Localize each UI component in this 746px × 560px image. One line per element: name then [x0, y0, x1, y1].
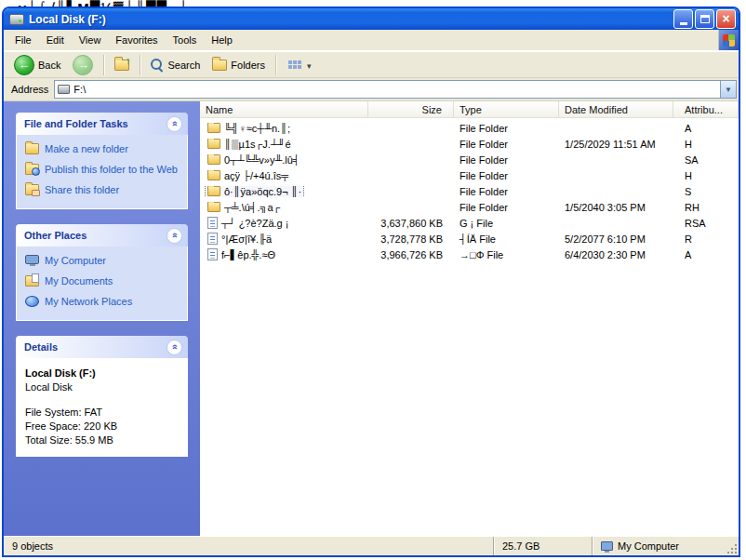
file-name[interactable]: ┬┘ ¿?è?Zä.g ¡: [221, 218, 288, 229]
standard-toolbar: Back ↑ Search Folders: [4, 51, 739, 78]
file-name-wrap[interactable]: açÿ ├/+4ú.îs╤: [206, 170, 290, 181]
address-combo[interactable]: F:\: [54, 80, 737, 99]
folders-button[interactable]: Folders: [207, 58, 270, 73]
panel-other-places: Other Places My Computer My Documents: [16, 224, 188, 321]
file-attributes-cell: SA: [673, 154, 739, 166]
file-row[interactable]: 0┬┴╚╩v»y╨.lû╡File FolderSA: [200, 152, 739, 167]
file-type-cell: File Folder: [454, 170, 559, 181]
file-attributes-cell: A: [673, 123, 739, 134]
file-rows: ╚╣♀≈c┼╨n.║;File FolderA║▒µ1s┌J.┴╜éFile F…: [200, 118, 739, 536]
collapse-chevron-icon[interactable]: [167, 228, 182, 244]
title-bar[interactable]: Local Disk (F:): [4, 8, 739, 30]
panel-title: Other Places: [24, 230, 87, 241]
file-date-cell: 1/5/2040 3:05 PM: [559, 202, 673, 213]
menu-favorites[interactable]: Favorites: [108, 32, 165, 48]
new-folder-icon: [25, 143, 39, 154]
close-button[interactable]: [716, 9, 736, 29]
panel-header-places[interactable]: Other Places: [16, 224, 188, 247]
my-computer-status-icon: [601, 541, 613, 551]
back-button[interactable]: Back: [9, 53, 65, 77]
file-row[interactable]: ║▒µ1s┌J.┴╜éFile Folder1/25/2029 11:51 AM…: [200, 136, 739, 152]
folders-label: Folders: [231, 60, 265, 71]
task-share-folder[interactable]: Share this folder: [25, 184, 180, 196]
column-header-size[interactable]: Size: [368, 101, 454, 117]
views-grid-icon: [288, 60, 292, 64]
up-button[interactable]: ↑: [110, 58, 134, 73]
folder-icon: [207, 154, 220, 165]
file-name-wrap[interactable]: 0┬┴╚╩v»y╨.lû╡: [206, 154, 302, 166]
file-name[interactable]: ╚╣♀≈c┼╨n.║;: [224, 123, 290, 134]
address-drive-icon: [58, 85, 70, 94]
details-drive-name: Local Disk (F:): [25, 367, 180, 380]
menu-file[interactable]: File: [7, 32, 39, 48]
task-publish-folder[interactable]: Publish this folder to the Web: [25, 164, 180, 176]
views-button[interactable]: [282, 57, 316, 73]
file-row[interactable]: °|Æσ|î¥.╟ä3,728,778 KB┤ÍÄ File5/2/2077 6…: [200, 231, 739, 247]
column-header-attributes[interactable]: Attribu...: [673, 101, 739, 117]
collapse-chevron-icon[interactable]: [167, 116, 182, 132]
menu-tools[interactable]: Tools: [166, 32, 205, 48]
folder-icon: [207, 202, 220, 212]
file-row[interactable]: ô·║ÿa»öqc.9¬ ║·File FolderS: [200, 183, 739, 199]
panel-title: Details: [24, 341, 58, 353]
menu-edit[interactable]: Edit: [39, 32, 72, 48]
file-name-wrap[interactable]: ║▒µ1s┌J.┴╜é: [206, 139, 293, 150]
details-spacer: [25, 394, 180, 406]
column-header-type[interactable]: Type: [454, 101, 559, 117]
status-bar: 9 objects 25.7 GB My Computer: [4, 536, 739, 555]
panel-header-tasks[interactable]: File and Folder Tasks: [16, 113, 188, 135]
my-documents-icon: [25, 275, 39, 287]
status-disk-size: 25.7 GB: [493, 537, 592, 555]
panel-body-tasks: Make a new folder Publish this folder to…: [16, 135, 188, 209]
file-name[interactable]: açÿ ├/+4ú.îs╤: [224, 170, 288, 181]
place-my-documents[interactable]: My Documents: [25, 275, 180, 287]
place-my-network[interactable]: My Network Places: [25, 296, 180, 308]
main-area: File and Folder Tasks Make a new folder …: [4, 101, 739, 536]
file-row[interactable]: ┬╧.\ú╡.╗a┌File Folder1/5/2040 3:05 PMRH: [200, 199, 739, 215]
maximize-button[interactable]: [695, 9, 714, 29]
file-name-wrap[interactable]: ┬╧.\ú╡.╗a┌: [206, 202, 282, 213]
file-name-wrap[interactable]: ┬┘ ¿?è?Zä.g ¡: [206, 217, 290, 229]
file-row[interactable]: ╚╣♀≈c┼╨n.║;File FolderA: [200, 120, 739, 136]
file-attributes-cell: S: [673, 186, 739, 197]
column-header-name[interactable]: Name: [200, 101, 368, 117]
windows-logo: [718, 30, 739, 50]
search-button[interactable]: Search: [146, 57, 205, 73]
file-attributes-cell: R: [673, 233, 739, 245]
selected-file-name[interactable]: ô·║ÿa»öqc.9¬ ║·: [206, 186, 303, 197]
file-name[interactable]: ô·║ÿa»öqc.9¬ ║·: [224, 186, 301, 197]
forward-button[interactable]: [68, 53, 98, 77]
windows-flag-icon: [723, 34, 735, 47]
file-name-wrap[interactable]: °|Æσ|î¥.╟ä: [206, 233, 273, 245]
file-type-cell: File Folder: [454, 154, 559, 166]
address-dropdown-button[interactable]: [720, 81, 736, 98]
file-name-wrap[interactable]: ╚╣♀≈c┼╨n.║;: [206, 123, 292, 134]
file-name-wrap[interactable]: f⌐▌êp.╬.≈Θ: [206, 248, 277, 260]
menu-bar: File Edit View Favorites Tools Help: [4, 30, 739, 51]
file-name-cell: 0┬┴╚╩v»y╨.lû╡: [200, 154, 368, 166]
publish-web-icon: [25, 164, 39, 175]
resize-grip[interactable]: [726, 542, 738, 554]
status-location-label: My Computer: [618, 540, 679, 552]
folder-icon: [207, 139, 220, 149]
toolbar-separator: [140, 55, 140, 75]
menu-help[interactable]: Help: [204, 32, 240, 48]
file-row[interactable]: açÿ ├/+4ú.îs╤File FolderH: [200, 167, 739, 183]
file-name[interactable]: f⌐▌êp.╬.≈Θ: [221, 249, 275, 260]
collapse-chevron-icon[interactable]: [167, 340, 182, 355]
panel-header-details[interactable]: Details: [16, 336, 188, 358]
column-header-date-modified[interactable]: Date Modified: [559, 101, 673, 117]
file-row[interactable]: ┬┘ ¿?è?Zä.g ¡3,637,860 KBG ¡ FileRSA: [200, 215, 739, 231]
file-name[interactable]: °|Æσ|î¥.╟ä: [221, 233, 272, 245]
task-make-new-folder[interactable]: Make a new folder: [25, 143, 180, 155]
file-name[interactable]: ║▒µ1s┌J.┴╜é: [224, 139, 291, 150]
file-name-cell: ┬┘ ¿?è?Zä.g ¡: [200, 217, 368, 229]
file-name[interactable]: 0┬┴╚╩v»y╨.lû╡: [224, 154, 300, 166]
place-my-computer[interactable]: My Computer: [25, 255, 180, 267]
file-row[interactable]: f⌐▌êp.╬.≈Θ3,966,726 KB→□Φ File6/4/2030 2…: [200, 247, 739, 262]
minimize-button[interactable]: [673, 9, 693, 29]
file-name[interactable]: ┬╧.\ú╡.╗a┌: [224, 202, 280, 213]
place-label: My Computer: [45, 255, 106, 267]
menu-view[interactable]: View: [72, 32, 109, 48]
address-label: Address: [11, 84, 48, 95]
